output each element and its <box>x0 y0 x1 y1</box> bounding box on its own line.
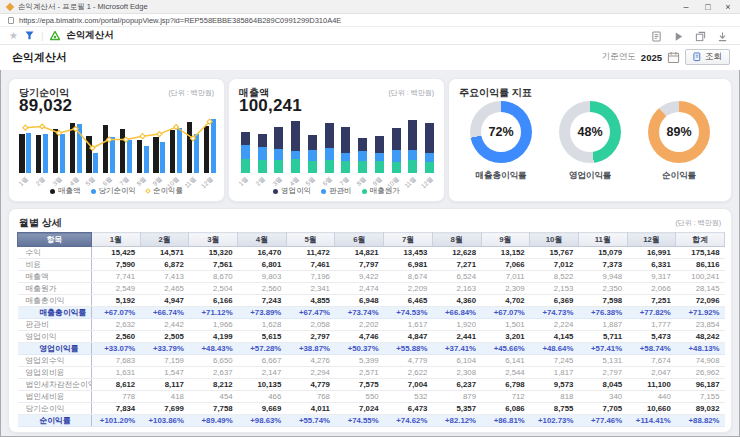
stacked-bar <box>274 127 283 173</box>
table-cell: 7,590 <box>92 259 141 271</box>
table-cell: 6,465 <box>384 295 433 307</box>
monthly-detail-unit-label: (단위 : 백만원) <box>676 218 722 228</box>
segment-판관비 <box>392 150 401 162</box>
table-cell: 2,637 <box>189 367 238 379</box>
segment-영업이익 <box>408 120 417 150</box>
table-cell: 5,131 <box>578 355 627 367</box>
segment-매출원가 <box>358 161 367 173</box>
search-button[interactable]: 조회 <box>685 49 730 65</box>
table-cell: 2,066 <box>627 283 676 295</box>
legend-label: 순이익률 <box>153 186 183 196</box>
table-cell: 6,524 <box>432 271 481 283</box>
table-cell: +82.12% <box>432 415 481 427</box>
table-cell: 2,294 <box>286 367 335 379</box>
stacked-bar <box>258 134 267 174</box>
table-cell: +33.07% <box>92 343 141 355</box>
table-cell: 2,465 <box>140 283 189 295</box>
table-cell: 2,224 <box>530 319 579 331</box>
legend-label: 매출원가 <box>370 186 400 196</box>
segment-판관비 <box>258 147 267 160</box>
page-icon <box>8 17 14 24</box>
table-row: 법인세비용77841845446676855053287971281834044… <box>18 391 725 403</box>
table-cell: 7,024 <box>335 403 384 415</box>
legend-item: 영업이익 <box>273 186 311 196</box>
table-cell: 16,991 <box>627 247 676 259</box>
open-window-icon[interactable] <box>695 31 706 42</box>
column-header: 3월 <box>189 233 238 247</box>
net-income-rate-line <box>17 117 218 173</box>
search-button-label: 조회 <box>705 51 722 63</box>
filter-icon[interactable] <box>25 31 34 40</box>
table-cell: 4,360 <box>432 295 481 307</box>
table-cell: 7,699 <box>140 403 189 415</box>
table-cell: +67.07% <box>92 307 141 319</box>
donut-gauge: 48%영업이익률 <box>552 101 628 182</box>
legend-dot-marker <box>50 189 55 194</box>
table-cell: 454 <box>189 391 238 403</box>
stacked-bar <box>291 121 300 173</box>
run-icon[interactable] <box>673 31 684 42</box>
table-cell: 1,631 <box>92 367 141 379</box>
table-cell: 2,632 <box>92 319 141 331</box>
table-cell: 15,079 <box>578 247 627 259</box>
table-cell: 1,777 <box>627 319 676 331</box>
address-bar[interactable]: https://epa.bimatrix.com/portal/popupVie… <box>0 14 740 27</box>
table-cell: 2,350 <box>578 283 627 295</box>
table-cell: 2,560 <box>92 331 141 343</box>
export-document-icon[interactable] <box>651 31 662 42</box>
table-cell: 2,571 <box>335 367 384 379</box>
segment-영업이익 <box>358 138 367 151</box>
table-cell: 4,011 <box>286 403 335 415</box>
donut-ring: 48% <box>559 101 621 163</box>
table-cell: 48,242 <box>676 331 725 343</box>
maximize-button[interactable]: □ <box>698 0 718 14</box>
table-cell: 778 <box>92 391 141 403</box>
table-cell: +58.74% <box>627 343 676 355</box>
table-cell: 9,573 <box>530 379 579 391</box>
table-cell: 74,908 <box>676 355 725 367</box>
minimize-button[interactable]: – <box>676 0 696 14</box>
table-cell: 4,702 <box>481 295 530 307</box>
segment-영업이익 <box>341 127 350 153</box>
table-cell: 2,308 <box>432 367 481 379</box>
table-cell: +66.84% <box>432 307 481 319</box>
table-cell: +77.82% <box>627 307 676 319</box>
close-button[interactable]: × <box>718 0 738 14</box>
table-cell: +37.41% <box>432 343 481 355</box>
row-label: 수익 <box>18 247 92 259</box>
legend-item: 순이익률 <box>146 186 183 196</box>
calendar-icon[interactable] <box>667 51 680 64</box>
base-year-value[interactable]: 2025 <box>641 52 662 63</box>
table-cell: 89,032 <box>676 403 725 415</box>
table-cell: 1,547 <box>140 367 189 379</box>
table-row: 수익15,42514,57115,32016,47011,47214,82113… <box>18 247 725 259</box>
url-text[interactable]: https://epa.bimatrix.com/portal/popupVie… <box>19 16 341 25</box>
table-cell: 7,011 <box>481 271 530 283</box>
segment-매출원가 <box>291 159 300 173</box>
favorite-star-icon[interactable]: ★ <box>9 31 18 41</box>
column-header: 10월 <box>530 233 579 247</box>
table-cell: 8,212 <box>189 379 238 391</box>
edge-tab-favicon <box>6 2 14 10</box>
column-header: 항목 <box>18 233 92 247</box>
table-cell: 2,549 <box>92 283 141 295</box>
table-cell: 466 <box>238 391 287 403</box>
table-cell: 8,755 <box>530 403 579 415</box>
row-label: 영업이익 <box>18 331 92 343</box>
table-cell: 2,441 <box>432 331 481 343</box>
table-cell: 1,887 <box>578 319 627 331</box>
table-cell: 7,758 <box>189 403 238 415</box>
row-label: 매출총이익 <box>18 295 92 307</box>
download-icon[interactable] <box>717 31 728 42</box>
table-cell: +74.53% <box>384 307 433 319</box>
table-cell: 7,797 <box>335 259 384 271</box>
segment-영업이익 <box>325 123 334 148</box>
table-cell: 1,920 <box>432 319 481 331</box>
row-label: 법인세차감전순이익 <box>18 379 92 391</box>
table-cell: 6,801 <box>238 259 287 271</box>
table-cell: 7,004 <box>384 379 433 391</box>
table-row: 영업이익2,5602,5054,1995,6152,7974,7464,8472… <box>18 331 725 343</box>
table-cell: +48.13% <box>676 343 725 355</box>
segment-매출원가 <box>308 161 317 173</box>
table-row: 매출액7,7417,4138,6709,8037,1969,4228,6746,… <box>18 271 725 283</box>
